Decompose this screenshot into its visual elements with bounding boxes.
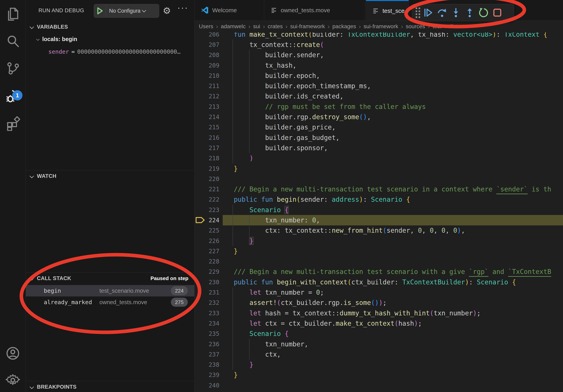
code-text[interactable]: /// Begin a new multi-transaction test s… bbox=[234, 268, 551, 275]
toolbar-drag-handle-icon[interactable] bbox=[416, 8, 420, 18]
code-line-237[interactable]: 237 ctx, bbox=[194, 349, 563, 359]
line-number[interactable]: 225 bbox=[194, 227, 219, 234]
activity-bar-account-icon[interactable] bbox=[0, 342, 26, 364]
code-editor[interactable]: 206fun make_tx_context(builder: TxContex… bbox=[194, 29, 563, 392]
code-text[interactable]: builder.sponsor, bbox=[234, 144, 328, 152]
line-number[interactable]: 214 bbox=[194, 114, 219, 120]
step-into-button[interactable] bbox=[449, 6, 463, 20]
tab-welcome[interactable]: Welcome bbox=[194, 0, 264, 21]
code-text[interactable]: Scenario { bbox=[234, 330, 289, 338]
tab-owned-tests-move[interactable]: owned_tests.move bbox=[264, 0, 365, 21]
call-stack-section-header[interactable]: CALL STACK Paused on step bbox=[26, 273, 194, 284]
line-number[interactable]: 208 bbox=[194, 52, 219, 58]
tab-test-sce[interactable]: test_sce bbox=[366, 0, 409, 21]
line-number[interactable]: 226 bbox=[194, 237, 219, 244]
breakpoints-section-header[interactable]: BREAKPOINTS bbox=[26, 381, 194, 392]
breadcrumb-item[interactable]: packages bbox=[333, 23, 356, 30]
code-line-210[interactable]: 210 builder.epoch, bbox=[194, 70, 563, 81]
stop-button[interactable] bbox=[490, 6, 504, 20]
line-number[interactable]: 238 bbox=[194, 361, 219, 368]
line-number[interactable]: 217 bbox=[194, 144, 219, 151]
line-number[interactable]: 237 bbox=[194, 351, 219, 358]
line-number[interactable]: 240 bbox=[194, 382, 219, 389]
restart-button[interactable] bbox=[477, 6, 490, 20]
line-number[interactable]: 229 bbox=[194, 268, 219, 275]
line-number[interactable]: 216 bbox=[194, 134, 219, 141]
line-number[interactable]: 236 bbox=[194, 341, 219, 348]
line-number[interactable]: 227 bbox=[194, 248, 219, 255]
code-text[interactable]: builder.epoch_timestamp_ms, bbox=[234, 82, 371, 90]
call-stack-frame[interactable]: begin test_scenario.move 224 bbox=[26, 285, 194, 297]
code-text[interactable]: public fun begin_with_context(ctx_builde… bbox=[234, 278, 516, 286]
continue-button[interactable] bbox=[421, 6, 435, 20]
code-text[interactable]: /// Begin a new multi-transaction test s… bbox=[234, 185, 551, 193]
line-number[interactable]: 228 bbox=[194, 258, 219, 265]
code-text[interactable]: builder.rgp.destroy_some(), bbox=[234, 113, 371, 121]
code-line-221[interactable]: 221/// Begin a new multi-transaction tes… bbox=[194, 184, 563, 194]
line-number[interactable]: 233 bbox=[194, 310, 219, 317]
code-line-234[interactable]: 234 let ctx = ctx_builder.make_tx_contex… bbox=[194, 318, 563, 328]
line-number[interactable]: 209 bbox=[194, 62, 219, 69]
variables-scope-row[interactable]: locals: begin bbox=[26, 34, 194, 45]
call-stack-frame[interactable]: already_marked owned_tests.move 275 bbox=[26, 297, 194, 308]
code-line-232[interactable]: 232 assert!(ctx_builder.rgp.is_some()); bbox=[194, 298, 563, 308]
code-text[interactable]: builder.epoch, bbox=[234, 72, 320, 79]
start-debug-icon[interactable] bbox=[97, 7, 103, 15]
activity-bar-settings-icon[interactable] bbox=[0, 369, 26, 391]
variable-row[interactable]: sender = 00000000000000000000000000000… bbox=[48, 46, 192, 57]
code-line-238[interactable]: 238 } bbox=[194, 360, 563, 370]
breadcrumb-item[interactable]: sui bbox=[253, 23, 260, 30]
code-text[interactable]: builder.gas_budget, bbox=[234, 134, 340, 142]
code-text[interactable]: } bbox=[234, 247, 238, 255]
code-line-225[interactable]: 225 ctx: tx_context::new_from_hint(sende… bbox=[194, 225, 563, 236]
activity-bar-source-control-icon[interactable] bbox=[0, 57, 26, 79]
code-text[interactable]: } bbox=[234, 361, 253, 368]
code-line-241[interactable]: 241/// Creates and shares system objects… bbox=[194, 391, 563, 392]
line-number[interactable]: 222 bbox=[194, 196, 219, 203]
activity-bar-search-icon[interactable] bbox=[0, 30, 26, 52]
breadcrumb-item[interactable]: sources bbox=[406, 23, 425, 30]
code-text[interactable]: let txn_number = 0; bbox=[234, 288, 324, 296]
code-text[interactable]: builder.sender, bbox=[234, 51, 324, 59]
code-text[interactable]: let hash = tx_context::dummy_tx_hash_wit… bbox=[234, 309, 481, 317]
code-text[interactable]: assert!(ctx_builder.rgp.is_some()); bbox=[234, 299, 387, 307]
line-number[interactable]: 218 bbox=[194, 155, 219, 162]
code-line-228[interactable]: 228 bbox=[194, 256, 563, 267]
breadcrumb-item-file[interactable]: te bbox=[456, 23, 461, 30]
code-text[interactable]: ctx, bbox=[234, 351, 281, 358]
code-text[interactable]: public fun begin(sender: address): Scena… bbox=[234, 196, 410, 203]
code-text[interactable]: txn_number, bbox=[234, 340, 308, 348]
code-line-233[interactable]: 233 let hash = tx_context::dummy_tx_hash… bbox=[194, 308, 563, 318]
code-line-208[interactable]: 208 builder.sender, bbox=[194, 50, 563, 60]
breadcrumb-item[interactable]: test bbox=[433, 23, 441, 30]
code-text[interactable]: tx_hash, bbox=[234, 62, 296, 69]
breadcrumb-item[interactable]: Users bbox=[199, 23, 213, 30]
activity-bar-run-and-debug-icon[interactable]: 1 bbox=[0, 85, 26, 107]
code-line-235[interactable]: 235 Scenario { bbox=[194, 329, 563, 339]
debug-configuration-dropdown[interactable]: No Configura bbox=[94, 4, 159, 18]
line-number[interactable]: 235 bbox=[194, 330, 219, 337]
code-text[interactable]: txn_number: 0, bbox=[234, 216, 320, 224]
more-actions-icon[interactable]: ··· bbox=[177, 3, 188, 13]
code-text[interactable]: builder.ids_created, bbox=[234, 92, 344, 100]
code-line-213[interactable]: 213 // rgp must be set from the caller a… bbox=[194, 102, 563, 112]
step-over-button[interactable] bbox=[435, 6, 449, 20]
debug-settings-gear-icon[interactable]: ⚙ bbox=[163, 5, 171, 16]
breadcrumb-item[interactable]: sui-framework bbox=[364, 23, 398, 30]
breadcrumb-item[interactable]: crates bbox=[268, 23, 283, 30]
line-number[interactable]: 207 bbox=[194, 41, 219, 48]
code-line-215[interactable]: 215 builder.gas_price, bbox=[194, 122, 563, 132]
line-number[interactable]: 219 bbox=[194, 165, 219, 172]
code-line-207[interactable]: 207 tx_context::create( bbox=[194, 39, 563, 50]
line-number[interactable]: 213 bbox=[194, 103, 219, 110]
code-line-216[interactable]: 216 builder.gas_budget, bbox=[194, 132, 563, 143]
code-text[interactable]: } bbox=[234, 371, 238, 379]
code-line-223[interactable]: 223 Scenario { bbox=[194, 205, 563, 215]
line-number[interactable]: 210 bbox=[194, 72, 219, 79]
line-number[interactable]: 212 bbox=[194, 93, 219, 100]
line-number[interactable]: 232 bbox=[194, 299, 219, 306]
code-line-218[interactable]: 218 ) bbox=[194, 153, 563, 163]
code-line-224[interactable]: 224 txn_number: 0, bbox=[194, 215, 563, 225]
step-out-button[interactable] bbox=[463, 6, 477, 20]
line-number[interactable]: 234 bbox=[194, 320, 219, 327]
